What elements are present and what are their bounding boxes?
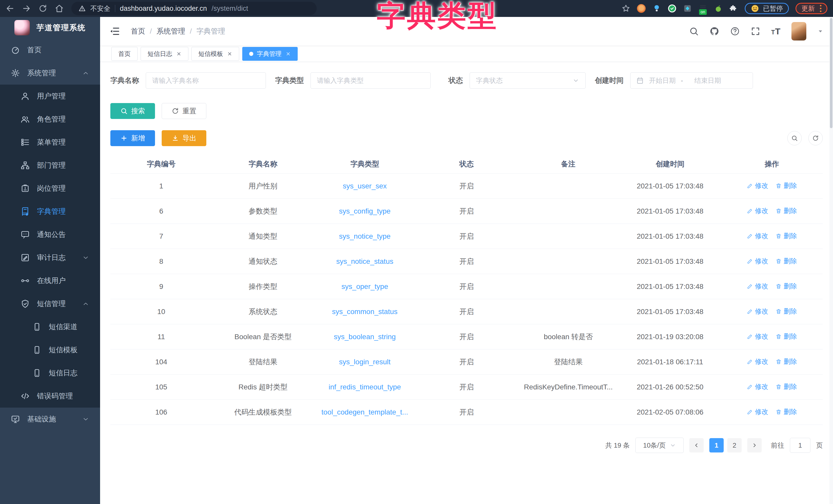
dict-type-link[interactable]: inf_redis_timeout_type [329, 383, 401, 391]
sidebar-item-system[interactable]: 系统管理 [0, 61, 100, 84]
breadcrumb-system[interactable]: 系统管理 [157, 26, 185, 36]
sidebar-item-sms[interactable]: 短信管理 [0, 292, 100, 315]
sidebar-item-infra[interactable]: 基础设施 [0, 408, 100, 431]
security-label[interactable]: 不安全 [90, 4, 110, 13]
collapse-sidebar-icon[interactable] [109, 26, 120, 37]
update-badge[interactable]: 更新 [795, 3, 827, 14]
page-scrollbar[interactable] [829, 17, 833, 504]
page-button-1[interactable]: 1 [709, 438, 724, 452]
edit-link[interactable]: 修改 [747, 257, 768, 266]
sidebar-item-post[interactable]: 岗位管理 [0, 177, 100, 200]
sidebar-item-errcode[interactable]: 错误码管理 [0, 384, 100, 408]
edit-link[interactable]: 修改 [747, 181, 768, 190]
page-button-2[interactable]: 2 [727, 438, 742, 452]
next-page-button[interactable] [747, 438, 762, 452]
sidebar-item-audit[interactable]: 审计日志 [0, 246, 100, 269]
forward-icon[interactable] [22, 4, 31, 13]
reset-button[interactable]: 重置 [162, 103, 206, 119]
home-icon[interactable] [55, 4, 64, 13]
export-button[interactable]: 导出 [162, 130, 206, 146]
cell-actions: 修改删除 [721, 181, 823, 191]
delete-link[interactable]: 删除 [776, 231, 797, 241]
sidebar-item-home[interactable]: 首页 [0, 39, 100, 61]
dict-type-link[interactable]: sys_oper_type [341, 282, 388, 291]
dict-type-link[interactable]: sys_login_result [339, 358, 390, 366]
help-icon[interactable] [730, 26, 740, 36]
dict-type-link[interactable]: sys_notice_type [339, 232, 390, 240]
user-caret-down-icon[interactable] [817, 28, 824, 34]
delete-link[interactable]: 删除 [776, 206, 797, 215]
github-icon[interactable] [710, 26, 719, 36]
dict-type-link[interactable]: tool_codegen_template_t... [322, 408, 408, 416]
search-button[interactable]: 搜索 [110, 103, 155, 119]
delete-link[interactable]: 删除 [776, 357, 797, 366]
tab-首页[interactable]: 首页 [111, 47, 138, 61]
dict-type-link[interactable]: sys_config_type [339, 207, 390, 215]
header-search-icon[interactable] [689, 26, 699, 36]
sidebar-item-dict[interactable]: 字典管理 [0, 200, 100, 223]
bookmark-star-icon[interactable] [622, 4, 630, 13]
edit-link[interactable]: 修改 [747, 231, 768, 241]
dict-type-link[interactable]: sys_user_sex [343, 182, 387, 190]
edit-link[interactable]: 修改 [747, 407, 768, 416]
sidebar-item-notice[interactable]: 通知公告 [0, 223, 100, 246]
sidebar-item-dept[interactable]: 部门管理 [0, 154, 100, 177]
extension-green-circle-icon[interactable] [668, 4, 676, 13]
edit-link[interactable]: 修改 [747, 282, 768, 291]
page-size-select[interactable]: 10条/页 [636, 437, 684, 453]
delete-link[interactable]: 删除 [776, 407, 797, 416]
status-select[interactable]: 字典状态 [470, 72, 586, 89]
reload-icon[interactable] [39, 4, 47, 13]
dict-type-link[interactable]: sys_boolean_string [334, 333, 396, 341]
delete-link[interactable]: 删除 [776, 382, 797, 391]
tab-短信日志[interactable]: 短信日志 [141, 47, 188, 61]
dict-type-link[interactable]: sys_notice_status [336, 257, 394, 265]
tab-字典管理[interactable]: 字典管理 [242, 47, 298, 61]
sidebar-item-sms-template[interactable]: 短信模板 [0, 338, 100, 361]
sidebar-item-online[interactable]: 在线用户 [0, 269, 100, 292]
delete-link[interactable]: 删除 [776, 181, 797, 190]
dict-type-link[interactable]: sys_common_status [332, 308, 398, 316]
delete-link[interactable]: 删除 [776, 257, 797, 266]
sidebar-item-sms-log[interactable]: 短信日志 [0, 361, 100, 384]
tab-短信模板[interactable]: 短信模板 [191, 47, 239, 61]
add-button[interactable]: 新增 [110, 130, 155, 146]
url-host[interactable]: dashboard.yudao.iocoder.cn [120, 5, 207, 12]
date-range-picker[interactable]: 开始日期 - 结束日期 [630, 72, 753, 89]
extension-lamp-icon[interactable] [652, 4, 661, 13]
extension-proxy-on-icon[interactable]: on [698, 4, 707, 13]
back-icon[interactable] [6, 4, 15, 13]
dict-name-input[interactable] [146, 72, 266, 89]
edit-link[interactable]: 修改 [747, 332, 768, 341]
extension-diamond-icon[interactable] [683, 4, 692, 13]
scrollbar-thumb[interactable] [830, 18, 832, 128]
breadcrumb-home[interactable]: 首页 [131, 26, 145, 36]
fullscreen-icon[interactable] [751, 26, 760, 36]
url-path[interactable]: /system/dict [211, 5, 248, 12]
edit-link[interactable]: 修改 [747, 206, 768, 215]
delete-link[interactable]: 删除 [776, 282, 797, 291]
extension-leaf-icon[interactable] [714, 4, 723, 13]
extension-orange-icon[interactable] [637, 4, 646, 13]
sidebar-item-user[interactable]: 用户管理 [0, 84, 100, 108]
sidebar-item-menu[interactable]: 菜单管理 [0, 131, 100, 154]
address-bar[interactable]: 不安全 dashboard.yudao.iocoder.cn /system/d… [71, 2, 317, 15]
edit-link[interactable]: 修改 [747, 357, 768, 366]
sidebar-item-sms-channel[interactable]: 短信渠道 [0, 315, 100, 338]
extensions-puzzle-icon[interactable] [729, 4, 738, 13]
font-size-icon[interactable]: TT [771, 26, 781, 36]
edit-link[interactable]: 修改 [747, 307, 768, 316]
browser-menu-icon[interactable] [820, 5, 822, 12]
delete-link[interactable]: 删除 [776, 332, 797, 341]
refresh-table-button[interactable] [808, 131, 823, 145]
edit-link[interactable]: 修改 [747, 382, 768, 391]
user-avatar[interactable] [791, 22, 806, 41]
delete-link[interactable]: 删除 [776, 307, 797, 316]
dict-type-input[interactable] [310, 72, 431, 89]
profile-paused-badge[interactable]: 已暂停 [745, 3, 789, 14]
show-search-toggle-button[interactable] [787, 131, 802, 145]
goto-page-input[interactable] [790, 438, 810, 453]
prev-page-button[interactable] [689, 438, 704, 452]
sidebar-item-role[interactable]: 角色管理 [0, 108, 100, 131]
cell-dict-name: 代码生成模板类型 [212, 407, 314, 417]
